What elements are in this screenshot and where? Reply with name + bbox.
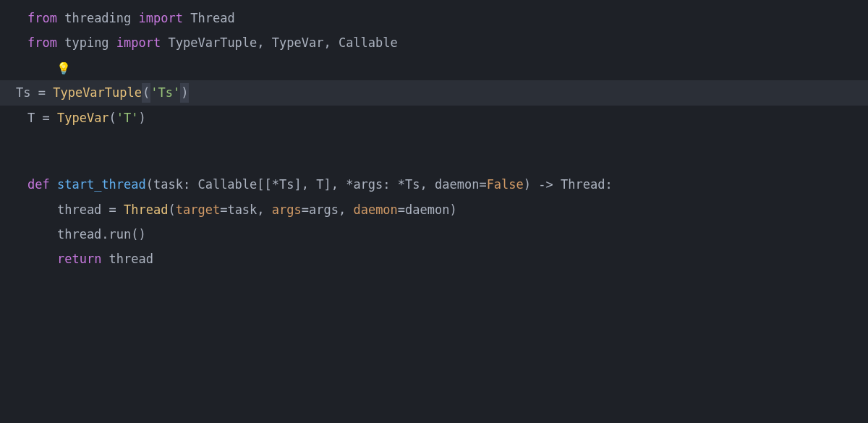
code-line[interactable]: thread.run() bbox=[0, 222, 868, 247]
code-token: =task, bbox=[220, 202, 272, 217]
code-token bbox=[27, 252, 57, 266]
code-editor[interactable]: from threading import Threadfrom typing … bbox=[0, 6, 868, 272]
code-token: from bbox=[27, 35, 64, 50]
code-token: ( bbox=[109, 111, 116, 125]
code-token: return bbox=[57, 252, 109, 266]
code-token: target bbox=[176, 202, 220, 217]
code-token: T = bbox=[27, 111, 57, 125]
code-token: (task: Calla bbox=[146, 177, 235, 192]
code-token: import bbox=[139, 11, 191, 25]
code-token: ( bbox=[142, 85, 150, 100]
code-token: thread bbox=[109, 252, 153, 266]
code-token: daemon bbox=[353, 202, 397, 217]
code-line[interactable]: Ts = TypeVarTuple('Ts') bbox=[0, 80, 868, 105]
code-token: threading bbox=[64, 11, 138, 25]
code-token: def bbox=[27, 177, 57, 192]
code-token: TypeVar bbox=[57, 111, 109, 125]
code-token: args bbox=[272, 202, 302, 217]
code-token: ) -> Thread: bbox=[524, 177, 613, 192]
code-token: =args, bbox=[302, 202, 354, 217]
code-token: typing bbox=[64, 35, 116, 50]
code-token: TypeVarTuple, TypeVar, Callable bbox=[169, 35, 398, 50]
code-line[interactable] bbox=[0, 151, 868, 172]
lightbulb-icon[interactable]: 💡 bbox=[56, 60, 71, 78]
code-token: 'T' bbox=[116, 111, 139, 125]
code-line[interactable]: 💡 bbox=[0, 56, 868, 81]
code-token: from bbox=[27, 11, 64, 25]
code-token: Thread bbox=[124, 202, 168, 217]
code-token: False bbox=[487, 177, 524, 192]
code-token: thread = bbox=[27, 202, 124, 217]
code-token: start_thread bbox=[57, 177, 146, 192]
code-line[interactable] bbox=[0, 130, 868, 151]
bracket-highlight: ( bbox=[142, 83, 150, 102]
code-token: 'Ts' bbox=[150, 85, 180, 100]
code-line[interactable]: from typing import TypeVarTuple, TypeVar… bbox=[0, 30, 868, 55]
code-line[interactable]: from threading import Thread bbox=[0, 6, 868, 30]
code-token: ( bbox=[168, 202, 175, 217]
code-line[interactable]: T = TypeVar('T') bbox=[0, 106, 868, 130]
code-line[interactable]: def start_thread(task: Callable[[*Ts], T… bbox=[0, 172, 868, 197]
code-token: TypeVarTuple bbox=[53, 85, 142, 100]
code-token: thread.run() bbox=[27, 227, 146, 242]
code-token: =daemon) bbox=[398, 202, 457, 217]
code-token: Thread bbox=[190, 11, 234, 25]
code-line[interactable]: thread = Thread(target=task, args=args, … bbox=[0, 197, 868, 222]
code-line[interactable]: return thread bbox=[0, 247, 868, 271]
code-token: ) bbox=[139, 111, 146, 125]
code-token: le[[*Ts], T], *args: *Ts, daemon= bbox=[242, 177, 487, 192]
code-token: ) bbox=[181, 85, 188, 100]
code-token: Ts = bbox=[16, 85, 53, 100]
text-cursor-position: b bbox=[235, 177, 242, 192]
code-token: import bbox=[116, 35, 169, 50]
bracket-highlight: ) bbox=[180, 83, 189, 102]
